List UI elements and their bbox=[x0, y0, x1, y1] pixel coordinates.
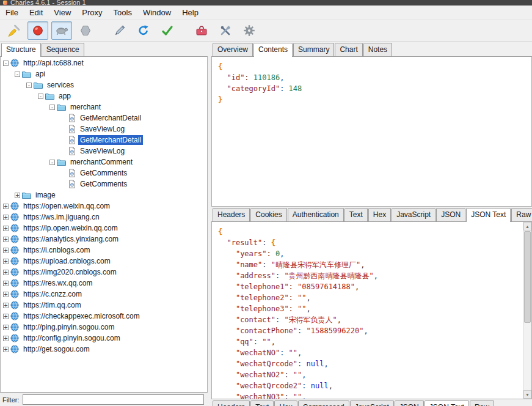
settings-button[interactable] bbox=[239, 21, 260, 40]
tree-node-https-upload-cnblogs-com[interactable]: +https://upload.cnblogs.com bbox=[1, 256, 207, 267]
tree-node-saveviewlog[interactable]: SaveViewLog bbox=[1, 124, 207, 135]
tab-sequence[interactable]: Sequence bbox=[42, 43, 84, 56]
tree-node-http-get-sogou-com[interactable]: +http://get.sogou.com bbox=[1, 344, 207, 355]
collapse-toggle-icon[interactable]: - bbox=[3, 61, 9, 66]
expand-toggle-icon[interactable]: + bbox=[3, 281, 9, 286]
expand-toggle-icon[interactable]: + bbox=[3, 336, 9, 341]
collapse-toggle-icon[interactable]: - bbox=[26, 83, 32, 88]
expand-toggle-icon[interactable]: + bbox=[3, 270, 9, 275]
tab-json-text[interactable]: JSON Text bbox=[425, 400, 469, 406]
tab-structure[interactable]: Structure bbox=[1, 43, 41, 57]
tab-compressed[interactable]: Compressed bbox=[298, 400, 349, 406]
expand-toggle-icon[interactable]: + bbox=[3, 259, 9, 264]
record-button[interactable] bbox=[27, 21, 48, 40]
scroll-thumb[interactable] bbox=[524, 231, 531, 323]
tab-hex[interactable]: Hex bbox=[368, 208, 391, 221]
tree-node-image[interactable]: +image bbox=[1, 190, 207, 201]
tools-button[interactable] bbox=[215, 21, 236, 40]
expand-toggle-icon[interactable]: + bbox=[3, 347, 9, 352]
tree-node-https-tim-qq-com[interactable]: +https://tim.qq.com bbox=[1, 300, 207, 311]
tree-node-https-i-cnblogs-com[interactable]: +https://i.cnblogs.com bbox=[1, 245, 207, 256]
globe-icon bbox=[10, 202, 19, 210]
expand-toggle-icon[interactable]: + bbox=[3, 226, 9, 231]
tree-node-https-checkappexec-microsoft-com[interactable]: +https://checkappexec.microsoft.com bbox=[1, 311, 207, 322]
expand-toggle-icon[interactable]: + bbox=[3, 204, 9, 209]
filter-label: Filter: bbox=[2, 396, 20, 404]
tab-javascript[interactable]: JavaScript bbox=[350, 400, 394, 406]
tree-node-getcomments[interactable]: GetComments bbox=[1, 168, 207, 179]
tree-node-http-config-pinyin-sogou-com[interactable]: +http://config.pinyin.sogou.com bbox=[1, 333, 207, 344]
tree-node-merchant[interactable]: -merchant bbox=[1, 102, 207, 113]
tab-raw[interactable]: Raw bbox=[511, 208, 532, 221]
menu-window[interactable]: Window bbox=[137, 6, 177, 19]
tab-javascript[interactable]: JavaScript bbox=[392, 208, 435, 221]
expand-toggle-icon[interactable]: + bbox=[3, 314, 9, 319]
collapse-toggle-icon[interactable]: - bbox=[49, 160, 55, 165]
tab-overview[interactable]: Overview bbox=[213, 43, 253, 56]
menu-proxy[interactable]: Proxy bbox=[76, 6, 107, 19]
tab-authentication[interactable]: Authentication bbox=[288, 208, 344, 221]
menu-edit[interactable]: Edit bbox=[24, 6, 48, 19]
scroll-up-icon[interactable] bbox=[523, 222, 531, 231]
tab-summary[interactable]: Summary bbox=[293, 43, 334, 56]
tab-raw[interactable]: Raw bbox=[470, 400, 494, 406]
filter-input[interactable] bbox=[23, 394, 205, 405]
expand-toggle-icon[interactable]: + bbox=[3, 292, 9, 297]
tree-node-app[interactable]: -app bbox=[1, 90, 207, 102]
response-scrollbar[interactable] bbox=[523, 222, 531, 399]
menu-view[interactable]: View bbox=[48, 6, 76, 19]
tree-node-https-img2020-cnblogs-com[interactable]: +https://img2020.cnblogs.com bbox=[1, 267, 207, 278]
tree-node-https-analytics-yinxiang-com[interactable]: +https://analytics.yinxiang.com bbox=[1, 234, 207, 245]
detail-panel: OverviewContentsSummaryChartNotes { "id"… bbox=[211, 42, 532, 406]
tree-node-saveviewlog[interactable]: SaveViewLog bbox=[1, 146, 207, 157]
menu-help[interactable]: Help bbox=[177, 6, 204, 19]
expand-toggle-icon[interactable]: + bbox=[3, 248, 9, 253]
tab-headers[interactable]: Headers bbox=[213, 400, 250, 406]
tree-node-https-open-weixin-qq-com[interactable]: +https://open.weixin.qq.com bbox=[1, 201, 207, 212]
expand-toggle-icon[interactable]: + bbox=[15, 193, 20, 198]
tab-hex[interactable]: Hex bbox=[274, 400, 297, 406]
compose-button[interactable] bbox=[109, 21, 130, 40]
menu-file[interactable]: File bbox=[0, 6, 24, 19]
expand-toggle-icon[interactable]: + bbox=[3, 215, 9, 220]
tab-json[interactable]: JSON bbox=[395, 400, 424, 406]
tab-headers[interactable]: Headers bbox=[213, 208, 250, 221]
throttle-button[interactable] bbox=[51, 21, 72, 40]
repeat-button[interactable] bbox=[133, 21, 154, 40]
tab-json-text[interactable]: JSON Text bbox=[466, 208, 511, 222]
tab-json[interactable]: JSON bbox=[436, 208, 465, 221]
tree-node-https-res-wx-qq-com[interactable]: +https://res.wx.qq.com bbox=[1, 278, 207, 289]
code-line: { bbox=[218, 61, 525, 72]
tab-text[interactable]: Text bbox=[344, 208, 368, 221]
tree-node-getcomments[interactable]: GetComments bbox=[1, 179, 207, 190]
tree-node-https-lp-open-weixin-qq-com[interactable]: +https://lp.open.weixin.qq.com bbox=[1, 223, 207, 234]
validate-button[interactable] bbox=[157, 21, 178, 40]
expand-toggle-icon[interactable]: + bbox=[3, 325, 9, 330]
clear-session-button[interactable] bbox=[4, 21, 24, 40]
tree-node-https-ws-im-jiguang-cn[interactable]: +https://ws.im.jiguang.cn bbox=[1, 212, 207, 223]
collapse-toggle-icon[interactable]: - bbox=[38, 94, 43, 99]
tab-text[interactable]: Text bbox=[250, 400, 274, 406]
tree-node-https-c-cnzz-com[interactable]: +https://c.cnzz.com bbox=[1, 289, 207, 300]
tree-node-getmerchantdetail[interactable]: GetMerchantDetail bbox=[1, 135, 207, 146]
collapse-toggle-icon[interactable]: - bbox=[49, 105, 55, 110]
tab-notes[interactable]: Notes bbox=[363, 43, 392, 56]
globe-icon bbox=[10, 213, 19, 221]
breakpoints-button[interactable] bbox=[75, 21, 96, 40]
tab-chart[interactable]: Chart bbox=[335, 43, 362, 56]
toolbox-button[interactable] bbox=[191, 21, 212, 40]
expand-toggle-icon[interactable]: + bbox=[3, 237, 9, 242]
menu-tools[interactable]: Tools bbox=[108, 6, 137, 19]
tree-node-getmerchantdetail[interactable]: GetMerchantDetail bbox=[1, 113, 207, 124]
expand-toggle-icon[interactable]: + bbox=[3, 303, 9, 308]
tree-node-services[interactable]: -services bbox=[1, 79, 207, 90]
tree-node-http-api-tc688-net[interactable]: -http://api.tc688.net bbox=[1, 57, 207, 68]
content-tab-bar: OverviewContentsSummaryChartNotes bbox=[211, 42, 532, 57]
tree-node-api[interactable]: -api bbox=[1, 68, 207, 79]
tree-node-http-ping-pinyin-sogou-com[interactable]: +http://ping.pinyin.sogou.com bbox=[1, 322, 207, 333]
scroll-down-icon[interactable] bbox=[523, 390, 531, 399]
tab-contents[interactable]: Contents bbox=[253, 43, 293, 57]
tree-node-merchantcomment[interactable]: -merchantComment bbox=[1, 157, 207, 168]
collapse-toggle-icon[interactable]: - bbox=[15, 72, 20, 77]
tab-cookies[interactable]: Cookies bbox=[250, 208, 286, 221]
